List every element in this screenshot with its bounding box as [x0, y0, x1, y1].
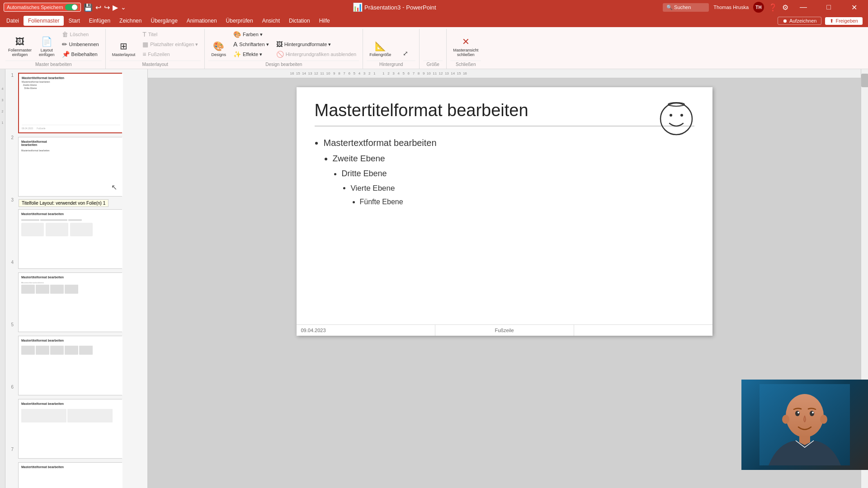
group-masterlayout-label: Masterlayout [109, 61, 201, 67]
loeschen-button: 🗑 Löschen [59, 30, 102, 39]
effekte-button[interactable]: ✨ Effekte ▾ [231, 50, 272, 59]
user-name: Thomas Hruska [713, 5, 749, 10]
slide-2-body: Mastertextformat bearbeiten [21, 149, 120, 152]
menu-uebergaenge[interactable]: Übergänge [146, 16, 182, 26]
help-icon[interactable]: ❓ [769, 3, 778, 12]
layout-icon: 📄 [41, 36, 52, 47]
designs-button[interactable]: 🎨 Designs [208, 39, 229, 59]
undo-icon[interactable]: ↩ [95, 3, 101, 12]
menu-folienmaster[interactable]: Folienmaster [24, 16, 64, 26]
menu-zeichnen[interactable]: Zeichnen [115, 16, 146, 26]
menu-dictation[interactable]: Dictation [284, 16, 315, 26]
layout-einfuegen-button[interactable]: 📄 Layouteinfügen [36, 34, 57, 59]
expand-button[interactable]: ⤢ [396, 48, 415, 59]
record-icon: ⏺ [783, 18, 788, 23]
svg-point-1 [670, 114, 672, 117]
menu-datei[interactable]: Datei [2, 16, 24, 26]
ribbon-group-groesse: Größe [420, 29, 447, 69]
masterlayout-button[interactable]: ⊞ Masterlayout [109, 39, 138, 59]
svg-point-11 [812, 412, 814, 413]
ribbon: 🖼 Folienmastereinfügen 📄 Layouteinfügen … [0, 27, 868, 69]
slide-thumb-1[interactable]: × Mastertitelformat bearbeiten Mastertex… [18, 73, 122, 133]
slide-thumb-5[interactable]: × Mastertitelformat bearbeiten [18, 336, 122, 395]
redo-icon[interactable]: ↪ [104, 3, 110, 12]
menu-einfuegen[interactable]: Einfügen [85, 16, 115, 26]
svg-point-7 [820, 415, 827, 424]
content-level1: Mastertextformat bearbeiten [324, 136, 694, 150]
folienmaster-einfuegen-button[interactable]: 🖼 Folienmastereinfügen [5, 35, 34, 59]
foliengroesse-button[interactable]: 📐 Foliengröße [367, 39, 394, 59]
slide-content: Mastertextformat bearbeiten Zweite Ebene… [315, 136, 694, 208]
ribbon-group-hintergrund: 📐 Foliengröße ⤢ Hintergrund [363, 29, 420, 69]
footer-date: 09.04.2023 [297, 325, 435, 336]
share-button[interactable]: ⬆ Freigeben [825, 17, 863, 25]
titlebar-left: Automatisches Speichern 💾 ↩ ↪ ▶ ⌄ [4, 3, 126, 12]
schriftarten-button[interactable]: A Schriftarten ▾ [231, 40, 272, 49]
share-label: Freigeben [835, 18, 858, 23]
search-box-title[interactable]: 🔍 Suchen [663, 3, 709, 12]
group-groesse-label: Größe [423, 61, 443, 67]
menu-hilfe[interactable]: Hilfe [315, 16, 335, 26]
minimize-button[interactable]: — [793, 0, 814, 14]
record-label: Aufzeichnen [789, 18, 817, 23]
autosave-label: Automatisches Speichern [7, 5, 63, 10]
masteransicht-schliessen-button[interactable]: ✕ Masteransichtschließen [450, 34, 481, 59]
menubar: Datei Folienmaster Start Einfügen Zeichn… [0, 14, 868, 27]
svg-point-10 [797, 412, 799, 413]
group-hintergrund-label: Hintergrund [367, 61, 415, 67]
platzhalter-button: ▦ Platzhalter einfügen ▾ [140, 40, 201, 49]
settings-icon[interactable]: ⚙ [782, 3, 788, 12]
left-ruler-bar: 4321 [0, 69, 5, 488]
farben-button[interactable]: 🎨 Farben ▾ [231, 30, 272, 39]
hintergrundfgrafiken-button: 🚫 Hintergrundgrafiken ausblenden [274, 50, 359, 59]
close-button[interactable]: ✕ [844, 0, 864, 14]
presenter-icon[interactable]: ▶ [113, 3, 118, 12]
maximize-button[interactable]: □ [818, 0, 839, 14]
slide-main-title: Mastertitelformat bearbeiten [315, 101, 694, 127]
slide-thumb-3[interactable]: × Mastertitelformat bearbeiten [18, 209, 122, 269]
powerpoint-icon: 📊 [353, 2, 363, 12]
slide-4-title: Mastertitelformat bearbeiten [21, 276, 120, 279]
beibehalten-button[interactable]: 📌 Beibehalten [59, 50, 102, 59]
titlebar-center: 📊 Präsentation3 - PowerPoint [126, 2, 663, 12]
slide-7-title: Mastertitelformat bearbeiten [21, 465, 120, 469]
hintergrundformate-button[interactable]: 🖼 Hintergrundformate ▾ [274, 40, 359, 49]
more-icon[interactable]: ⌄ [121, 4, 126, 11]
slide-thumb-7[interactable]: × Mastertitelformat bearbeiten [18, 462, 122, 488]
slide-thumb-6[interactable]: × Mastertitelformat bearbeiten [18, 399, 122, 459]
menu-ueberprufen[interactable]: Überprüfen [222, 16, 258, 26]
foliengroesse-icon: 📐 [375, 41, 386, 52]
save-icon[interactable]: 💾 [84, 3, 93, 12]
fusszeilen-button: ≡ Fußzeilen [140, 50, 201, 59]
video-overlay [741, 380, 868, 470]
horizontal-ruler: 16 15 14 13 12 11 10 9 8 7 6 5 4 3 2 1 1… [148, 69, 861, 78]
menu-animationen[interactable]: Animationen [182, 16, 222, 26]
menu-ansicht[interactable]: Ansicht [258, 16, 284, 26]
group-master-label: Master bearbeiten [5, 61, 102, 67]
designs-icon: 🎨 [213, 41, 224, 52]
slide-thumb-4[interactable]: × Mastertitelformat bearbeiten Mastertex… [18, 272, 122, 332]
main-layout: 4321 1 2 3 4 5 6 7 × Mastertitelformat b… [0, 69, 868, 488]
toggle-circle [72, 5, 77, 10]
record-button[interactable]: ⏺ Aufzeichnen [778, 17, 822, 25]
ribbon-group-master: 🖼 Folienmastereinfügen 📄 Layouteinfügen … [2, 29, 106, 69]
autosave-toggle[interactable]: Automatisches Speichern [4, 3, 81, 12]
content-level5: Fünfte Ebene [360, 196, 694, 208]
slide-5-title: Mastertitelformat bearbeiten [21, 339, 120, 342]
slide-3-title: Mastertitelformat bearbeiten [21, 212, 120, 216]
umbenennen-button[interactable]: ✏ Umbenennen [59, 40, 102, 49]
svg-point-0 [660, 103, 692, 135]
slide-canvas[interactable]: Mastertitelformat bearbeiten Mastertextf… [297, 87, 712, 336]
slide-thumb-2[interactable]: × Mastertitelformatbearbeiten Mastertext… [18, 137, 122, 197]
loeschen-icon: 🗑 [62, 31, 68, 38]
slide-panel[interactable]: × Mastertitelformat bearbeiten Mastertex… [14, 69, 148, 488]
slide-2-title: Mastertitelformatbearbeiten [21, 140, 120, 146]
slide-number-col: 1 2 3 4 5 6 7 [5, 69, 14, 488]
slide-1-title: Mastertitelformat bearbeiten [22, 76, 120, 80]
svg-point-2 [680, 114, 683, 117]
masterlayout-icon: ⊞ [120, 41, 127, 52]
slide-6-title: Mastertitelformat bearbeiten [21, 402, 120, 405]
svg-point-6 [782, 415, 789, 424]
svg-point-8 [795, 411, 800, 416]
menu-start[interactable]: Start [64, 16, 84, 26]
